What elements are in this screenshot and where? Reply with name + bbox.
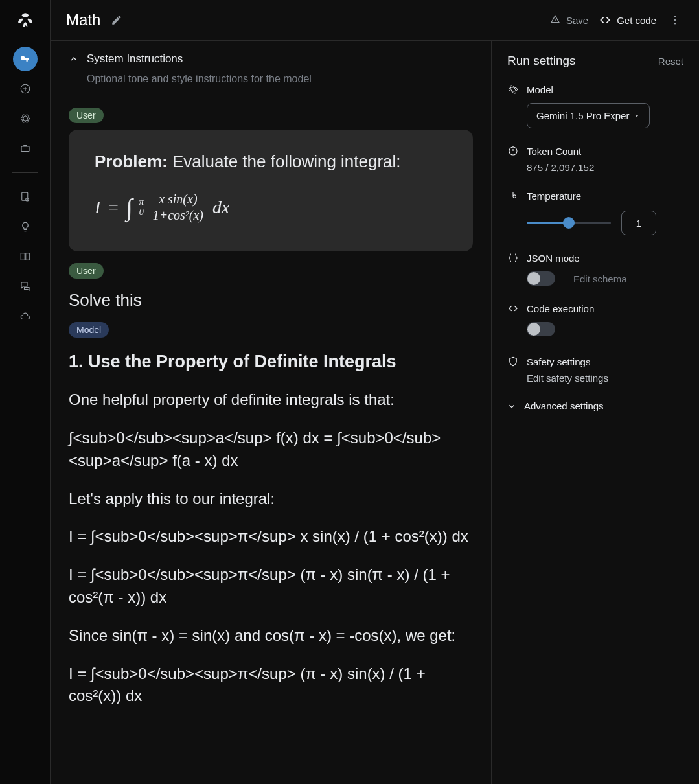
caret-down-icon: [634, 113, 640, 119]
token-icon: [507, 145, 519, 157]
message-user-image: User Problem: Evaluate the following int…: [69, 108, 473, 251]
edit-safety[interactable]: Edit safety settings: [527, 373, 683, 384]
nav-chat[interactable]: [13, 274, 38, 299]
nav-doc-search[interactable]: [13, 185, 38, 209]
setting-advanced[interactable]: Advanced settings: [507, 400, 683, 411]
user-text: Solve this: [69, 290, 473, 310]
edit-icon[interactable]: [111, 14, 122, 26]
temperature-input[interactable]: [621, 211, 656, 235]
user-badge: User: [69, 263, 104, 279]
getcode-label: Get code: [617, 15, 656, 26]
nav-toolbox[interactable]: [13, 136, 38, 161]
setting-safety: Safety settings Edit safety settings: [507, 356, 683, 384]
getcode-button[interactable]: Get code: [599, 14, 656, 27]
nav-new[interactable]: [13, 76, 38, 101]
shield-icon: [507, 356, 519, 367]
code-exec-toggle[interactable]: [527, 322, 555, 336]
code-icon: [507, 303, 519, 314]
token-value: 875 / 2,097,152: [527, 162, 683, 173]
svg-point-10: [509, 87, 518, 91]
message-model: Model 1. Use the Property of Definite In…: [69, 322, 473, 708]
model-select[interactable]: Gemini 1.5 Pro Exper: [527, 103, 650, 128]
save-button[interactable]: Save: [549, 14, 588, 26]
setting-token: Token Count 875 / 2,097,152: [507, 145, 683, 173]
setting-model: Model Gemini 1.5 Pro Exper: [507, 84, 683, 128]
save-label: Save: [566, 15, 588, 26]
svg-point-9: [674, 23, 676, 24]
svg-point-1: [21, 117, 30, 121]
page-title: Math: [66, 11, 100, 29]
atom-icon: [507, 84, 519, 95]
run-settings: Run settings Reset Model Gemini 1.5 Pro …: [492, 41, 699, 784]
svg-rect-4: [21, 146, 29, 152]
chevron-down-icon: [507, 402, 516, 411]
system-instructions[interactable]: System Instructions Optional tone and st…: [51, 41, 491, 98]
more-icon[interactable]: [667, 14, 683, 26]
nav-atom[interactable]: [13, 106, 38, 131]
chat-column: System Instructions Optional tone and st…: [51, 41, 492, 784]
problem-image: Problem: Evaluate the following integral…: [69, 130, 473, 251]
sysinst-placeholder: Optional tone and style instructions for…: [87, 73, 473, 85]
nav-key[interactable]: [13, 47, 38, 71]
json-toggle[interactable]: [527, 271, 555, 286]
setting-temperature: Temperature: [507, 190, 683, 235]
settings-title: Run settings: [507, 54, 576, 68]
messages: User Problem: Evaluate the following int…: [51, 98, 491, 732]
user-badge: User: [69, 108, 104, 123]
braces-icon: [507, 252, 519, 264]
integral-formula: I= ∫π0 x sin(x)1+cos²(x) dx: [95, 191, 447, 223]
nav-cloud[interactable]: [13, 304, 38, 329]
topbar: Math Save Get code: [51, 0, 699, 40]
nav-bulb[interactable]: [13, 214, 38, 239]
svg-rect-5: [21, 192, 27, 200]
svg-point-11: [509, 85, 517, 95]
svg-point-7: [674, 16, 676, 17]
logo-icon: [17, 12, 34, 29]
thermometer-icon: [507, 190, 519, 202]
sidebar: [0, 0, 51, 784]
temperature-slider[interactable]: [527, 222, 611, 224]
message-user-text: User Solve this: [69, 263, 473, 310]
sidebar-divider: [12, 172, 38, 173]
reset-button[interactable]: Reset: [658, 56, 683, 67]
chevron-up-icon: [69, 54, 79, 64]
nav-book[interactable]: [13, 244, 38, 269]
edit-schema[interactable]: Edit schema: [573, 273, 627, 284]
sysinst-title: System Instructions: [87, 52, 183, 65]
model-response: 1. Use the Property of Definite Integral…: [69, 349, 473, 708]
setting-code-exec: Code execution: [507, 303, 683, 339]
main: Math Save Get code System Instructions O…: [51, 0, 699, 784]
model-badge: Model: [69, 322, 109, 338]
svg-point-8: [674, 19, 676, 21]
setting-json: JSON mode Edit schema: [507, 252, 683, 286]
